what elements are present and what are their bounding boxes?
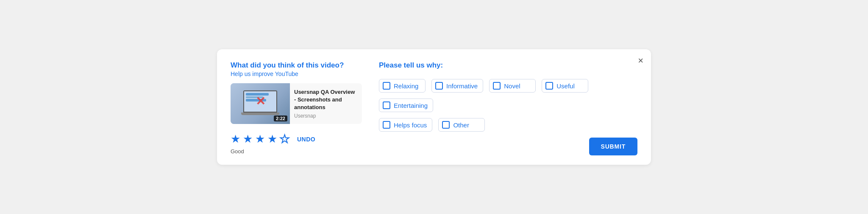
- thumbnail: ✕ 2:22: [231, 83, 290, 124]
- checkbox-label-useful: Useful: [556, 82, 575, 90]
- undo-button[interactable]: UNDO: [297, 136, 315, 143]
- main-question: What did you think of this video?: [231, 61, 362, 70]
- checkbox-novel[interactable]: Novel: [489, 79, 536, 93]
- video-info: Usersnap QA Overview - Screenshots and a…: [290, 83, 362, 124]
- checkbox-box-useful: [545, 82, 553, 90]
- star-1[interactable]: ★: [231, 132, 240, 146]
- star-4[interactable]: ★: [267, 132, 277, 146]
- star-2[interactable]: ★: [243, 132, 253, 146]
- checkbox-informative[interactable]: Informative: [431, 79, 483, 93]
- submit-button[interactable]: SUBMIT: [589, 138, 637, 155]
- checkboxes-grid: Relaxing Informative Novel Useful: [379, 79, 637, 132]
- checkbox-entertaining[interactable]: Entertaining: [379, 99, 433, 112]
- video-title: Usersnap QA Overview - Screenshots and a…: [294, 88, 358, 112]
- rating-label: Good: [231, 148, 362, 155]
- checkbox-label-entertaining: Entertaining: [394, 102, 428, 109]
- checkbox-label-informative: Informative: [446, 82, 478, 90]
- checkbox-other[interactable]: Other: [438, 118, 485, 132]
- checkbox-label-relaxing: Relaxing: [394, 82, 418, 90]
- star-5[interactable]: ★: [280, 132, 289, 146]
- screen-content: ✕: [244, 91, 276, 112]
- video-channel: Usersnap: [294, 113, 358, 119]
- star-3[interactable]: ★: [255, 132, 265, 146]
- stars-container: ★ ★ ★ ★ ★: [231, 132, 289, 146]
- checkbox-relaxing[interactable]: Relaxing: [379, 79, 426, 93]
- checkbox-row-1: Relaxing Informative Novel Useful: [379, 79, 637, 112]
- laptop-base: [241, 113, 279, 115]
- why-title: Please tell us why:: [379, 61, 637, 70]
- sub-question: Help us improve YouTube: [231, 70, 362, 77]
- left-panel: What did you think of this video? Help u…: [231, 61, 362, 155]
- video-card: ✕ 2:22 Usersnap QA Overview - Screenshot…: [231, 83, 362, 124]
- rating-row: ★ ★ ★ ★ ★ UNDO: [231, 132, 362, 146]
- checkbox-row-2: Helps focus Other: [379, 118, 637, 132]
- checkbox-label-other: Other: [453, 121, 469, 129]
- checkbox-label-novel: Novel: [504, 82, 520, 90]
- submit-wrap: SUBMIT: [589, 138, 637, 155]
- red-x-icon: ✕: [256, 96, 265, 107]
- laptop-illustration: ✕: [241, 90, 279, 117]
- checkbox-box-helps-focus: [383, 121, 390, 129]
- checkbox-box-relaxing: [383, 82, 390, 90]
- checkbox-useful[interactable]: Useful: [542, 79, 588, 93]
- duration-badge: 2:22: [274, 115, 287, 121]
- close-button[interactable]: ×: [638, 56, 643, 65]
- checkbox-box-entertaining: [383, 101, 390, 109]
- checkbox-helps-focus[interactable]: Helps focus: [379, 118, 432, 132]
- checkbox-box-other: [442, 121, 450, 129]
- checkbox-label-helps-focus: Helps focus: [394, 121, 427, 129]
- laptop-screen: ✕: [243, 90, 277, 113]
- checkbox-box-informative: [435, 82, 443, 90]
- checkbox-box-novel: [493, 82, 501, 90]
- feedback-card: × What did you think of this video? Help…: [217, 49, 651, 165]
